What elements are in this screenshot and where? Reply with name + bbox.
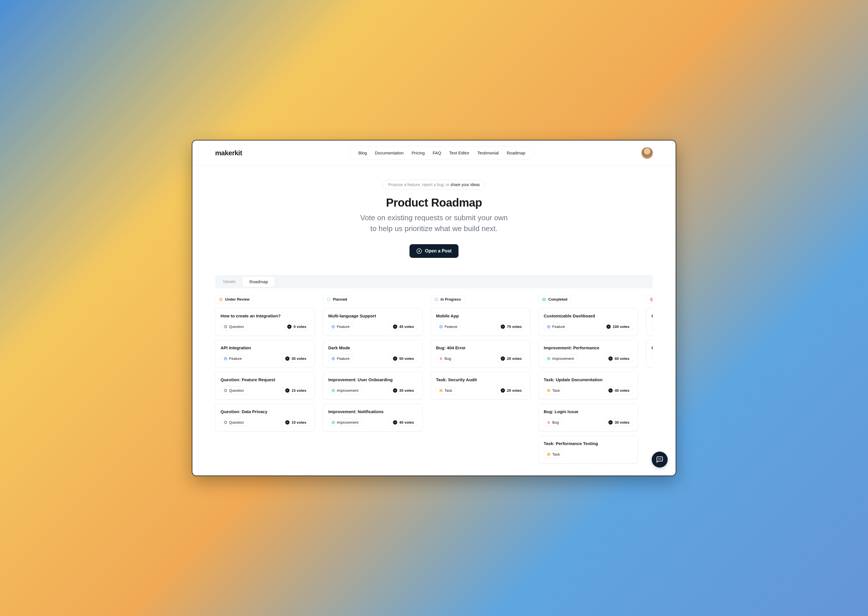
type-tag: Feature bbox=[544, 323, 568, 330]
card-title: Bug: Login Issue bbox=[544, 409, 633, 414]
type-label: Task bbox=[445, 388, 452, 393]
card-title: API Integration bbox=[220, 345, 310, 350]
vote-button[interactable]: 100 votes bbox=[603, 323, 633, 330]
type-tag: Feature bbox=[436, 323, 461, 330]
roadmap-card[interactable]: Task: Performance Testing Task bbox=[538, 436, 638, 464]
tab-roadmap[interactable]: Roadmap bbox=[242, 276, 275, 287]
roadmap-card[interactable]: API Integration Feature 30 votes bbox=[215, 340, 315, 368]
card-title: Customizable Dashboard bbox=[544, 313, 633, 318]
upvote-icon bbox=[393, 357, 397, 361]
roadmap-card[interactable]: Improvement: Notifications Improvement 4… bbox=[323, 404, 423, 432]
card-title: Question: Data Privacy bbox=[220, 409, 310, 414]
vote-button[interactable]: 10 votes bbox=[282, 418, 310, 426]
roadmap-card[interactable]: Improvement: User Onboarding Improvement… bbox=[323, 372, 423, 400]
nav-text-editor[interactable]: Text Editor bbox=[446, 148, 472, 157]
hero: Propose a feature, report a bug, or shar… bbox=[215, 180, 653, 258]
card-title: Task: Update Documentation bbox=[544, 377, 633, 382]
roadmap-card[interactable]: Customizable Dashboard Feature 100 votes bbox=[538, 308, 638, 336]
vote-count: 15 votes bbox=[291, 388, 306, 393]
roadmap-card[interactable]: Questi Qu bbox=[646, 340, 653, 368]
plus-circle-icon bbox=[332, 357, 335, 360]
avatar[interactable] bbox=[642, 147, 653, 159]
nav-documentation[interactable]: Documentation bbox=[372, 148, 407, 157]
vote-button[interactable]: 40 votes bbox=[605, 387, 633, 394]
svg-point-14 bbox=[327, 298, 330, 301]
roadmap-card[interactable]: Questi Qu bbox=[646, 308, 653, 336]
type-tag: Question bbox=[220, 323, 247, 330]
vote-button[interactable]: 60 votes bbox=[605, 355, 633, 362]
type-label: Feature bbox=[337, 357, 350, 361]
vote-button[interactable]: 35 votes bbox=[390, 387, 417, 394]
card-footer: Improvement 35 votes bbox=[328, 387, 417, 394]
nav-testimonial[interactable]: Testimonial bbox=[475, 148, 502, 157]
chip-dark-text: share your ideas bbox=[451, 182, 480, 187]
vote-button[interactable]: 20 votes bbox=[498, 355, 525, 362]
vote-button[interactable]: 40 votes bbox=[390, 418, 417, 426]
card-footer: Feature 100 votes bbox=[544, 323, 633, 330]
nav-faq[interactable]: FAQ bbox=[430, 148, 444, 157]
vote-count: 30 votes bbox=[615, 420, 629, 424]
vote-count: 10 votes bbox=[291, 420, 306, 424]
roadmap-card[interactable]: Bug: 404 Error Bug 20 votes bbox=[431, 340, 530, 368]
vote-count: 40 votes bbox=[399, 420, 414, 424]
logo[interactable]: makerkit bbox=[215, 149, 242, 157]
app-window: makerkit BlogDocumentationPricingFAQText… bbox=[192, 140, 676, 476]
roadmap-card[interactable]: Mobile App Feature 75 votes bbox=[431, 308, 530, 336]
card-title: Questi bbox=[651, 345, 653, 350]
vote-button[interactable]: 50 votes bbox=[390, 355, 417, 362]
vote-count: 60 votes bbox=[615, 357, 629, 361]
type-tag: Question bbox=[220, 387, 247, 394]
hero-chip[interactable]: Propose a feature, report a bug, or shar… bbox=[383, 180, 485, 190]
content: Propose a feature, report a bug, or shar… bbox=[192, 165, 676, 476]
type-tag: Qu bbox=[651, 323, 653, 330]
vote-button[interactable]: 0 votes bbox=[284, 323, 310, 330]
svg-point-11 bbox=[225, 391, 226, 391]
vote-button[interactable]: 45 votes bbox=[390, 323, 417, 330]
upvote-icon bbox=[393, 420, 397, 424]
type-tag: Improvement bbox=[328, 387, 362, 394]
card-title: Improvement: Performance bbox=[544, 345, 633, 350]
type-label: Feature bbox=[552, 325, 565, 329]
upvote-icon bbox=[393, 325, 397, 329]
roadmap-card[interactable]: Task: Security Audit Task 25 votes bbox=[431, 372, 530, 400]
vote-button[interactable]: 75 votes bbox=[498, 323, 525, 330]
question-icon bbox=[224, 325, 227, 328]
roadmap-card[interactable]: Question: Data Privacy Question 10 votes bbox=[215, 404, 315, 432]
card-footer: Bug 20 votes bbox=[436, 355, 525, 362]
card-title: Multi-language Support bbox=[328, 313, 417, 318]
nav-pricing[interactable]: Pricing bbox=[409, 148, 428, 157]
column-header: Under Review bbox=[215, 295, 253, 303]
upvote-icon bbox=[501, 388, 505, 393]
roadmap-card[interactable]: Multi-language Support Feature 45 votes bbox=[323, 308, 423, 336]
nav-blog[interactable]: Blog bbox=[355, 148, 370, 157]
type-label: Improvement bbox=[552, 357, 574, 361]
svg-point-13 bbox=[225, 423, 226, 423]
vote-count: 30 votes bbox=[291, 357, 306, 361]
vote-button[interactable]: 30 votes bbox=[605, 418, 633, 426]
upvote-icon bbox=[393, 388, 397, 393]
card-footer: Feature 50 votes bbox=[328, 355, 417, 362]
bug-icon bbox=[439, 357, 443, 360]
roadmap-card[interactable]: Improvement: Performance Improvement 60 … bbox=[538, 340, 638, 368]
type-label: Feature bbox=[445, 325, 458, 329]
roadmap-card[interactable]: How to create an Integration? Question 0… bbox=[215, 308, 315, 336]
kanban-board[interactable]: Under Review How to create an Integratio… bbox=[215, 295, 653, 476]
roadmap-card[interactable]: Dark Mode Feature 50 votes bbox=[323, 340, 423, 368]
roadmap-card[interactable]: Task: Update Documentation Task 40 votes bbox=[538, 372, 638, 400]
planned-icon bbox=[327, 297, 330, 302]
type-tag: Feature bbox=[328, 323, 353, 330]
open-post-button[interactable]: Open a Post bbox=[409, 244, 458, 258]
column-completed: Completed Customizable Dashboard Feature… bbox=[538, 295, 638, 470]
chat-button[interactable] bbox=[652, 452, 668, 468]
card-title: Question: Feature Request bbox=[220, 377, 310, 382]
nav-roadmap[interactable]: Roadmap bbox=[504, 148, 528, 157]
upvote-icon bbox=[501, 357, 505, 361]
roadmap-card[interactable]: Question: Feature Request Question 15 vo… bbox=[215, 372, 315, 400]
vote-button[interactable]: 25 votes bbox=[498, 387, 525, 394]
vote-button[interactable]: 30 votes bbox=[282, 355, 310, 362]
type-label: Question bbox=[229, 388, 244, 393]
tab-issues[interactable]: Issues bbox=[216, 276, 242, 287]
square-icon bbox=[547, 453, 550, 456]
vote-button[interactable]: 15 votes bbox=[282, 387, 310, 394]
roadmap-card[interactable]: Bug: Login Issue Bug 30 votes bbox=[538, 404, 638, 432]
